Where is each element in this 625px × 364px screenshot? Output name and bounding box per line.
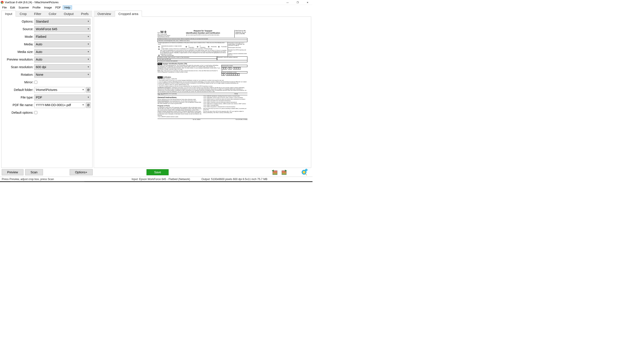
status-bar: Press Preview, adjust crop box, press Sc… (0, 177, 312, 181)
button-bar: Preview Scan Options+ Save (0, 168, 312, 177)
scan-resolution-select[interactable]: 600 dpi (34, 64, 91, 70)
tab-overview[interactable]: Overview (94, 11, 115, 17)
menu-pdf[interactable]: PDF (54, 5, 63, 9)
zoom-in-icon[interactable] (302, 170, 307, 175)
source-select[interactable]: WorkForce 645 (34, 26, 91, 32)
scanned-document: Form W-9(Rev. October 2018) Department o… (156, 28, 249, 156)
mail-icon[interactable]: ✉ (124, 181, 134, 182)
media-size-label: Media size: (3, 50, 34, 54)
file-type-label: File type: (3, 96, 34, 99)
menu-file[interactable]: File (0, 5, 8, 9)
close-button[interactable]: ✕ (303, 0, 312, 5)
media-select[interactable]: Auto (34, 41, 91, 47)
task-view-icon[interactable]: ▥ (84, 181, 94, 182)
default-options-checkbox[interactable] (34, 111, 37, 114)
options-label: Options: (3, 20, 34, 23)
status-output: Output: 5100x6600 pixels 600 dpi 8.5x11 … (200, 178, 268, 181)
menu-image[interactable]: Image (42, 5, 54, 9)
tab-cropped-area[interactable]: Cropped area (115, 11, 142, 17)
preview-pane[interactable]: Form W-9(Rev. October 2018) Department o… (94, 16, 311, 168)
pdf-file-name-input[interactable]: YYYY-MM-DD-0001+.pdf (34, 102, 85, 108)
windows-taskbar: 🎤 ▥ e 📁 🛍 ✉ 👥 ^ ⌨ 🔋 📶 🔊 3:01 PM 1/4/2019… (0, 181, 312, 182)
window-title: VueScan 9 x64 (9.6.24) - \\Mac\Home\Pict… (5, 1, 282, 4)
tab-crop[interactable]: Crop (16, 11, 30, 17)
scan-button[interactable]: Scan (25, 169, 43, 175)
edge-icon[interactable]: e (94, 181, 104, 182)
menu-edit[interactable]: Edit (8, 5, 17, 9)
preview-resolution-select[interactable]: Auto (34, 57, 91, 62)
file-explorer-icon[interactable]: 📁 (104, 181, 114, 182)
menu-profile[interactable]: Profile (31, 5, 42, 9)
status-input: Input: Epson WorkForce 645 - Flatbed (Ne… (131, 178, 191, 181)
default-folder-at-button[interactable]: @ (86, 87, 91, 93)
default-folder-label: Default folder: (3, 88, 34, 91)
prev-image-icon[interactable] (272, 170, 278, 175)
menu-bar: File Edit Scanner Profile Image PDF Help (0, 5, 312, 10)
save-button[interactable]: Save (147, 169, 169, 175)
right-tabs: Overview Cropped area (94, 11, 311, 17)
right-panel: Overview Cropped area Form W-9(Rev. Octo… (94, 10, 312, 168)
rotation-label: Rotation: (3, 73, 34, 76)
next-image-icon[interactable] (281, 170, 287, 175)
maximize-button[interactable]: ❐ (293, 0, 303, 5)
file-type-select[interactable]: PDF (34, 94, 91, 100)
status-left: Press Preview, adjust crop box, press Sc… (1, 178, 55, 181)
pdf-file-at-button[interactable]: @ (86, 102, 91, 108)
tab-prefs[interactable]: Prefs (77, 11, 92, 17)
tab-input[interactable]: Input (1, 11, 16, 17)
store-icon[interactable]: 🛍 (114, 181, 124, 182)
tab-filter[interactable]: Filter (30, 11, 45, 17)
mirror-checkbox[interactable] (34, 81, 37, 84)
left-tabs: Input Crop Filter Color Output Prefs (1, 11, 93, 17)
media-size-select[interactable]: Auto (34, 49, 91, 55)
scan-resolution-label: Scan resolution: (3, 65, 34, 69)
title-bar: VueScan 9 x64 (9.6.24) - \\Mac\Home\Pict… (0, 0, 312, 5)
menu-help[interactable]: Help (63, 5, 72, 9)
preview-resolution-label: Preview resolution: (3, 58, 34, 61)
taskbar-search[interactable]: 🎤 (10, 181, 84, 182)
menu-scanner[interactable]: Scanner (17, 5, 31, 9)
app-icon (1, 1, 4, 4)
minimize-button[interactable]: — (282, 0, 293, 5)
options-plus-button[interactable]: Options+ (70, 169, 93, 175)
mode-label: Mode: (3, 35, 34, 38)
mode-select[interactable]: Flatbed (34, 34, 91, 40)
media-label: Media: (3, 42, 34, 46)
tab-output[interactable]: Output (60, 11, 77, 17)
left-panel: Input Crop Filter Color Output Prefs Opt… (0, 10, 94, 168)
default-folder-input[interactable]: \Home\Pictures (34, 87, 85, 93)
source-label: Source: (3, 27, 34, 31)
vuescan-taskbar-icon[interactable] (134, 181, 144, 182)
pdf-file-name-label: PDF file name: (3, 103, 34, 107)
preview-button[interactable]: Preview (2, 169, 23, 175)
rotation-select[interactable]: None (34, 72, 91, 78)
default-options-label: Default options: (3, 111, 34, 114)
mirror-label: Mirror: (3, 81, 34, 84)
options-select[interactable]: Standard (34, 19, 91, 25)
start-button[interactable] (0, 181, 10, 182)
input-tab-body: Options:Standard Source:WorkForce 645 Mo… (1, 16, 93, 168)
tab-color[interactable]: Color (45, 11, 60, 17)
